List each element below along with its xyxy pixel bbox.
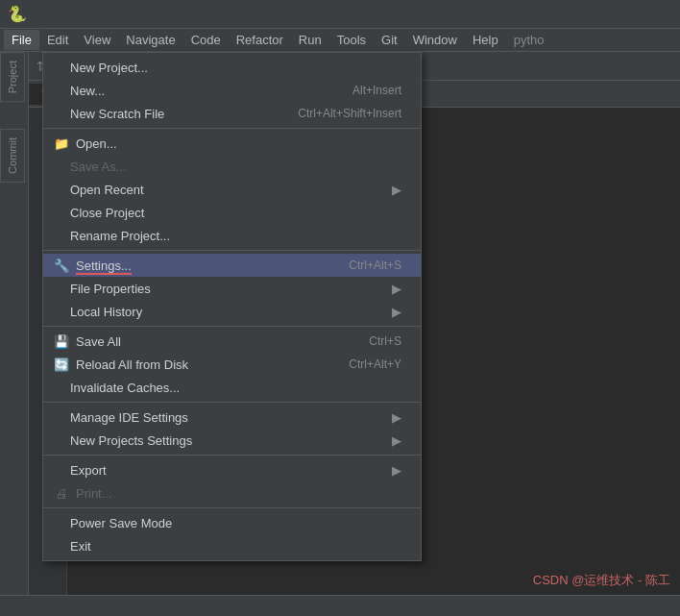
menu-window[interactable]: Window	[405, 30, 465, 50]
separator-4	[43, 402, 421, 403]
menu-bar: File Edit View Navigate Code Refactor Ru…	[0, 29, 680, 52]
menu-local-history[interactable]: Local History ▶	[43, 300, 421, 323]
arrow-icon: ▶	[392, 183, 401, 197]
menu-print: 🖨 Print...	[43, 481, 421, 505]
menu-save-as: Save As...	[43, 155, 421, 178]
commit-tab[interactable]: Commit	[0, 129, 25, 183]
separator-3	[43, 326, 421, 327]
file-dropdown-menu: New Project... New... Alt+Insert New Scr…	[42, 52, 422, 561]
menu-close-project[interactable]: Close Project	[43, 201, 421, 224]
title-bar: 🐍	[0, 0, 680, 29]
menu-new-scratch[interactable]: New Scratch File Ctrl+Alt+Shift+Insert	[43, 102, 421, 125]
project-tab[interactable]: Project	[0, 52, 25, 102]
menu-new[interactable]: New... Alt+Insert	[43, 79, 421, 102]
menu-settings[interactable]: 🔧 Settings... Ctrl+Alt+S	[43, 254, 421, 277]
menu-navigate[interactable]: Navigate	[118, 30, 182, 50]
menu-view[interactable]: View	[76, 30, 118, 50]
reload-icon: 🔄	[53, 357, 70, 372]
menu-power-save[interactable]: Power Save Mode	[43, 511, 421, 534]
menu-refactor[interactable]: Refactor	[229, 30, 291, 50]
app-logo: 🐍	[8, 5, 27, 23]
separator-1	[43, 128, 421, 129]
menu-save-all[interactable]: 💾 Save All Ctrl+S	[43, 330, 421, 353]
watermark: CSDN @运维技术 - 陈工	[533, 572, 670, 589]
separator-6	[43, 507, 421, 508]
menu-new-project[interactable]: New Project...	[43, 56, 421, 79]
menu-new-projects-settings[interactable]: New Projects Settings ▶	[43, 429, 421, 452]
menu-edit[interactable]: Edit	[39, 30, 76, 50]
menu-git[interactable]: Git	[374, 30, 405, 50]
menu-reload-all[interactable]: 🔄 Reload All from Disk Ctrl+Alt+Y	[43, 353, 421, 376]
arrow-icon: ▶	[392, 282, 401, 296]
arrow-icon: ▶	[392, 410, 401, 425]
menu-file-properties[interactable]: File Properties ▶	[43, 277, 421, 300]
menu-rename-project[interactable]: Rename Project...	[43, 224, 421, 247]
arrow-icon: ▶	[392, 305, 401, 319]
arrow-icon: ▶	[392, 463, 401, 478]
menu-invalidate-caches[interactable]: Invalidate Caches...	[43, 376, 421, 399]
menu-exit[interactable]: Exit	[43, 534, 421, 557]
folder-icon: 📁	[53, 136, 70, 151]
separator-2	[43, 250, 421, 251]
menu-manage-ide[interactable]: Manage IDE Settings ▶	[43, 406, 421, 429]
menu-export[interactable]: Export ▶	[43, 458, 421, 481]
arrow-icon: ▶	[392, 433, 401, 448]
status-bar	[0, 595, 680, 616]
separator-5	[43, 455, 421, 456]
wrench-icon: 🔧	[53, 259, 70, 273]
print-icon: 🖨	[53, 486, 70, 501]
save-icon: 💾	[53, 334, 70, 349]
menu-tools[interactable]: Tools	[329, 30, 374, 50]
menu-pyth[interactable]: pytho	[506, 30, 552, 50]
menu-run[interactable]: Run	[291, 30, 329, 50]
menu-file[interactable]: File	[4, 30, 39, 50]
menu-help[interactable]: Help	[465, 30, 506, 50]
menu-code[interactable]: Code	[183, 30, 229, 50]
menu-open-recent[interactable]: Open Recent ▶	[43, 178, 421, 201]
menu-open[interactable]: 📁 Open...	[43, 132, 421, 155]
